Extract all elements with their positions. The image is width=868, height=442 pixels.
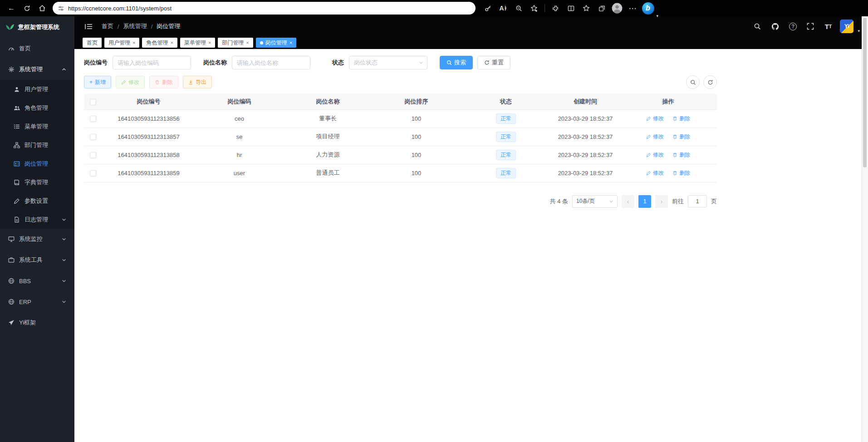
row-delete-link[interactable]: 删除 [672, 115, 690, 123]
sidebar-item-dictionary-management[interactable]: 字典管理 [0, 173, 74, 192]
address-bar[interactable]: https://ccnetcore.com:1101/system/post [53, 2, 476, 15]
sidebar-item-user-management[interactable]: 用户管理 [0, 80, 74, 98]
read-aloud-icon[interactable]: A [495, 1, 511, 15]
row-delete-link[interactable]: 删除 [672, 133, 690, 141]
show-search-toggle-button[interactable] [686, 75, 700, 89]
url-text[interactable]: https://ccnetcore.com:1101/system/post [68, 5, 172, 12]
site-permissions-icon[interactable] [58, 5, 64, 11]
app-logo[interactable]: 意框架管理系统 [0, 16, 74, 38]
breadcrumb-system[interactable]: 系统管理 [123, 22, 147, 30]
row-checkbox[interactable] [90, 152, 96, 158]
password-key-icon[interactable] [480, 1, 495, 15]
table-row[interactable]: 1641030593112313856 ceo 董事长 100 正常 2023-… [84, 109, 717, 128]
split-screen-icon[interactable] [563, 1, 579, 15]
fullscreen-icon[interactable] [804, 20, 816, 32]
row-edit-link[interactable]: 修改 [646, 115, 664, 123]
zoom-out-icon[interactable] [511, 1, 526, 15]
goto-label: 前往 [672, 197, 684, 206]
table-row[interactable]: 1641030593112313858 hr 人力资源 100 正常 2023-… [84, 146, 717, 164]
add-button[interactable]: + 新增 [84, 76, 111, 88]
font-size-icon[interactable]: TT [822, 20, 834, 32]
browser-refresh-icon[interactable] [19, 1, 34, 15]
tab-home[interactable]: 首页 [83, 38, 102, 48]
page-scrollbar[interactable] [862, 16, 868, 442]
goto-page-input[interactable] [688, 195, 707, 207]
browser-profile-avatar[interactable] [609, 1, 625, 15]
close-icon[interactable]: × [289, 40, 292, 45]
edit-icon [646, 171, 651, 176]
row-edit-link[interactable]: 修改 [646, 151, 664, 159]
refresh-table-button[interactable] [703, 75, 717, 89]
page-number-button[interactable]: 1 [638, 195, 651, 208]
close-icon[interactable]: × [170, 40, 173, 45]
org-tree-icon [14, 142, 20, 148]
edit-button[interactable]: 修改 [116, 76, 145, 88]
github-icon[interactable] [769, 20, 781, 32]
sidebar-item-menu-management[interactable]: 菜单管理 [0, 117, 74, 136]
breadcrumb-home[interactable]: 首页 [102, 22, 113, 30]
sidebar-item-home[interactable]: 首页 [0, 38, 74, 59]
avatar-caret-icon[interactable]: ▾ [858, 29, 860, 33]
browser-home-icon[interactable] [34, 1, 50, 15]
collapse-sidebar-icon[interactable] [83, 20, 94, 32]
row-checkbox[interactable] [90, 116, 96, 122]
table-row[interactable]: 1641030593112313859 user 普通员工 100 正常 202… [84, 164, 717, 182]
sidebar-item-bbs[interactable]: BBS [0, 270, 74, 291]
cell-post-code: ceo [195, 109, 284, 128]
favorites-bar-icon[interactable] [579, 1, 594, 15]
row-delete-label: 删除 [679, 115, 690, 123]
search-button[interactable]: 搜索 [440, 56, 473, 69]
close-icon[interactable]: × [246, 40, 249, 45]
row-edit-link[interactable]: 修改 [646, 169, 664, 177]
row-checkbox[interactable] [90, 134, 96, 140]
sidebar-item-label: 日志管理 [25, 216, 48, 224]
tab-department-management[interactable]: 部门管理 × [218, 38, 253, 48]
collections-icon[interactable] [594, 1, 609, 15]
user-avatar[interactable]: Yi [840, 20, 853, 33]
table-row[interactable]: 1641030593112313857 se 项目经理 100 正常 2023-… [84, 128, 717, 146]
tab-user-management[interactable]: 用户管理 × [104, 38, 139, 48]
next-page-button[interactable]: › [655, 195, 668, 208]
add-favorite-star-icon[interactable] [526, 1, 542, 15]
close-icon[interactable]: × [208, 40, 211, 45]
sidebar-item-system-monitoring[interactable]: 系统监控 [0, 229, 74, 250]
row-delete-link[interactable]: 删除 [672, 169, 690, 177]
list-icon [14, 123, 20, 130]
prev-page-button[interactable]: ‹ [622, 195, 634, 208]
browser-menu-ellipsis-icon[interactable]: ⋯ [625, 1, 640, 15]
row-delete-link[interactable]: 删除 [672, 151, 690, 159]
status-label: 状态 [332, 59, 344, 67]
sidebar-item-role-management[interactable]: 角色管理 [0, 98, 74, 117]
page-size-select[interactable]: 10条/页 [572, 195, 618, 208]
bing-sidebar-button[interactable]: b ▾ [640, 1, 656, 15]
post-name-input[interactable] [232, 56, 310, 69]
tab-menu-management[interactable]: 菜单管理 × [180, 38, 215, 48]
sidebar-item-log-management[interactable]: 日志管理 [0, 210, 74, 229]
sidebar-item-parameter-settings[interactable]: 参数设置 [0, 192, 74, 210]
sidebar-item-system-management[interactable]: 系统管理 [0, 59, 74, 80]
header-search-icon[interactable] [751, 20, 763, 32]
sidebar-item-system-tools[interactable]: 系统工具 [0, 250, 74, 270]
post-code-input[interactable] [113, 56, 191, 69]
sidebar-item-post-management[interactable]: 岗位管理 [0, 154, 74, 173]
help-icon[interactable]: ? [787, 20, 799, 32]
tab-role-management[interactable]: 角色管理 × [142, 38, 177, 48]
sidebar-item-yi-framework[interactable]: Yi框架 [0, 312, 74, 333]
delete-button[interactable]: 删除 [149, 76, 178, 88]
select-all-checkbox[interactable] [90, 99, 96, 105]
bing-caret-icon[interactable]: ▾ [656, 14, 658, 18]
sidebar-item-erp[interactable]: ERP [0, 291, 74, 312]
close-icon[interactable]: × [132, 40, 135, 45]
sidebar-item-department-management[interactable]: 部门管理 [0, 136, 74, 154]
extensions-icon[interactable] [548, 1, 563, 15]
row-delete-label: 删除 [679, 151, 690, 159]
browser-back-icon[interactable]: ← [4, 1, 19, 15]
reset-button[interactable]: 重置 [477, 56, 510, 69]
row-checkbox[interactable] [90, 170, 96, 177]
export-button[interactable]: 导出 [183, 76, 212, 88]
trash-icon [155, 80, 160, 85]
row-edit-link[interactable]: 修改 [646, 133, 664, 141]
status-select[interactable]: 岗位状态 [349, 56, 427, 69]
tab-post-management[interactable]: 岗位管理 × [256, 38, 296, 48]
scrollbar-thumb[interactable] [863, 18, 867, 167]
